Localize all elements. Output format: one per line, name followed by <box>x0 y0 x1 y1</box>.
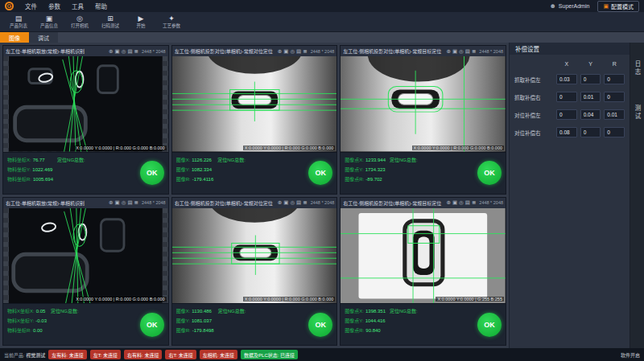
col-header-x: X <box>556 61 577 67</box>
product-info-button[interactable]: ▣ 产品信息 <box>35 14 63 29</box>
capture-icon[interactable]: ▣ <box>115 48 120 55</box>
cursor-coords: X:0.0000 Y:0.0000 | R:0.000 G:0.000 B:0.… <box>412 146 505 150</box>
camera-image[interactable]: X:0.0000 Y:0.0000 | R:0.000 G:0.000 B:0.… <box>172 208 337 304</box>
side-tab-test[interactable]: 测试 <box>633 105 642 121</box>
grab-left-r-input[interactable] <box>604 74 625 84</box>
ng-count-label: 定位NG总数: <box>51 307 79 314</box>
camera-panel-title: 右工位-单相机取放(常规)-单相机识别 <box>6 199 107 207</box>
camera-panel-title: 左工位-侧相机投影对位(单相机)-常规对位定位 <box>175 47 276 55</box>
camera-image[interactable]: X:0.0000 Y:0.0000 | R:0.000 G:0.000 B:0.… <box>3 56 168 152</box>
resolution-label: 2448 * 2048 <box>142 49 166 54</box>
config-mode-label: 配置模式 <box>611 2 634 10</box>
grid-icon[interactable]: ▤ <box>127 48 132 55</box>
zoom-icon[interactable]: ⊕ <box>446 48 450 55</box>
side-tab-log[interactable]: 日志 <box>633 60 642 77</box>
align-right-y-input[interactable] <box>580 127 601 137</box>
menu-bar: 文件 参数 工具 帮助 <box>25 2 107 10</box>
crosshair-icon[interactable]: ◎ <box>459 199 464 206</box>
camera-image[interactable]: X:0.0000 Y:0.0000 | R:0.000 G:0.000 B:0.… <box>3 208 168 304</box>
menu-icon[interactable]: ≣ <box>303 48 307 55</box>
config-mode-button[interactable]: ▣ 配置模式 <box>597 1 639 12</box>
tab-debug[interactable]: 调试 <box>29 32 58 43</box>
align-right-r-input[interactable] <box>604 127 625 137</box>
process-params-button[interactable]: ✦ 工艺参数 <box>158 14 185 29</box>
user-icon: ☻ <box>549 2 555 10</box>
crosshair-icon[interactable]: ◎ <box>290 199 295 206</box>
grab-left-x-input[interactable] <box>556 74 577 84</box>
menu-icon[interactable]: ≣ <box>134 199 138 206</box>
menu-icon[interactable]: ≣ <box>472 48 476 55</box>
view-tabs: 图像 调试 <box>0 32 644 43</box>
camera-image[interactable]: X:0.0000 Y:0.0000 | G:255 B:255 <box>341 208 506 304</box>
menu-icon[interactable]: ≣ <box>134 48 138 55</box>
capture-icon[interactable]: ▣ <box>283 199 288 206</box>
cursor-coords: X:0.0000 Y:0.0000 | G:255 B:255 <box>436 297 504 302</box>
menu-file[interactable]: 文件 <box>25 2 37 10</box>
cursor-coords: X:0.0000 Y:0.0000 | R:0.000 G:0.000 B:0.… <box>243 297 336 302</box>
grab-left-y-input[interactable] <box>580 74 601 84</box>
crosshair-icon[interactable]: ◎ <box>459 48 464 55</box>
grid-icon[interactable]: ▤ <box>465 48 470 55</box>
tab-image[interactable]: 图像 <box>0 32 29 43</box>
capture-icon[interactable]: ▣ <box>115 199 120 206</box>
open-camera-button[interactable]: ◎ 打开相机 <box>66 14 93 29</box>
camera-image[interactable]: X:0.0000 Y:0.0000 | R:0.000 G:0.000 B:0.… <box>341 56 506 152</box>
product-list-button[interactable]: ▤ 产品列表 <box>5 14 32 29</box>
ok-status-button[interactable]: OK <box>308 161 332 185</box>
menu-params[interactable]: 参数 <box>48 2 60 10</box>
col-header-y: Y <box>580 61 601 67</box>
settings-icon: ✦ <box>168 14 175 23</box>
status-chip-plc: 数据及PLC状态: 已连接 <box>241 350 298 359</box>
ok-status-button[interactable]: OK <box>140 161 164 185</box>
ok-status-button[interactable]: OK <box>477 161 502 185</box>
play-icon: ▶ <box>138 14 144 23</box>
crosshair-icon[interactable]: ◎ <box>122 199 126 206</box>
ok-status-button[interactable]: OK <box>140 313 164 337</box>
row-label-grab-right: 抓取补偿右 <box>514 93 553 101</box>
ng-count-label: 定位NG总数: <box>390 156 418 163</box>
camera-image[interactable]: X:0.0000 Y:0.0000 | R:0.000 G:0.000 B:0.… <box>172 56 337 152</box>
zoom-icon[interactable]: ⊕ <box>278 48 282 55</box>
resolution-label: 2448 * 2048 <box>479 49 503 54</box>
align-left-r-input[interactable] <box>604 109 625 120</box>
zoom-icon[interactable]: ⊕ <box>446 199 450 206</box>
capture-icon[interactable]: ▣ <box>452 48 457 55</box>
grid-icon[interactable]: ▤ <box>296 48 301 55</box>
scan-test-button[interactable]: ⊞ 扫码测试 <box>97 14 124 29</box>
zoom-icon[interactable]: ⊕ <box>109 48 113 55</box>
menu-tools[interactable]: 工具 <box>72 2 84 10</box>
zoom-icon[interactable]: ⊕ <box>109 199 113 206</box>
menu-icon[interactable]: ≣ <box>303 199 307 206</box>
zoom-icon[interactable]: ⊕ <box>278 199 282 206</box>
start-button[interactable]: ▶ 开始 <box>127 14 155 29</box>
menu-icon[interactable]: ≣ <box>472 199 476 206</box>
user-account[interactable]: ☻ SuperAdmin <box>549 2 589 10</box>
camera-panel-2: 左工位-侧相机投影对位(单相机)-常规对位定位 ⊕ ▣ ◎ ▤ ≣ 2448 *… <box>171 45 338 195</box>
app-logo-icon: G <box>5 2 14 10</box>
grab-right-y-input[interactable] <box>580 92 601 102</box>
grid-icon[interactable]: ▤ <box>465 199 470 206</box>
status-chip-left-t: 左T: 未连接 <box>90 350 121 359</box>
ng-count-label: 定位NG总数: <box>390 307 418 314</box>
camera-icon: ◎ <box>76 14 83 23</box>
ok-status-button[interactable]: OK <box>308 313 332 337</box>
grid-icon[interactable]: ▤ <box>127 199 132 206</box>
capture-icon[interactable]: ▣ <box>452 199 457 206</box>
align-left-x-input[interactable] <box>556 109 577 120</box>
side-tab-strip: 日志 测试 <box>630 43 644 348</box>
align-left-y-input[interactable] <box>580 109 601 120</box>
camera-panel-title: 左工位-单相机取放(常规)-单相机识别 <box>6 47 107 55</box>
crosshair-icon[interactable]: ◎ <box>122 48 126 55</box>
capture-icon[interactable]: ▣ <box>283 48 288 55</box>
align-right-x-input[interactable] <box>556 127 577 137</box>
status-chip-left-camera: 左相机: 未连接 <box>200 350 237 359</box>
grid-icon[interactable]: ▤ <box>296 199 301 206</box>
menu-help[interactable]: 帮助 <box>95 2 107 10</box>
row-label-grab-left: 抓取补偿左 <box>514 76 553 84</box>
crosshair-icon[interactable]: ◎ <box>290 48 295 55</box>
grab-right-x-input[interactable] <box>556 92 577 102</box>
scan-icon: ⊞ <box>107 14 114 23</box>
ok-status-button[interactable]: OK <box>477 313 502 337</box>
grab-right-r-input[interactable] <box>604 92 625 102</box>
status-chip-right-material: 右有料: 未连接 <box>124 350 162 359</box>
